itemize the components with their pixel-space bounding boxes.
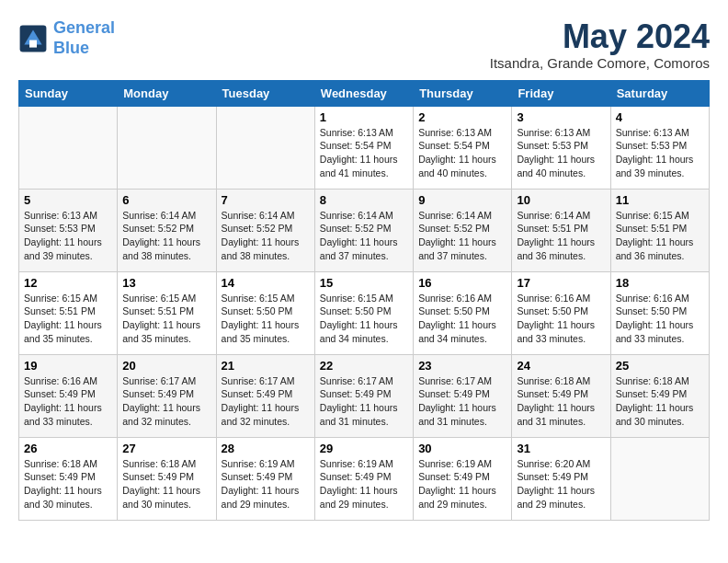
cell-w2-d4: 8Sunrise: 6:14 AM Sunset: 5:52 PM Daylig… xyxy=(314,189,413,271)
week-row-5: 26Sunrise: 6:18 AM Sunset: 5:49 PM Dayli… xyxy=(19,437,710,520)
week-row-3: 12Sunrise: 6:15 AM Sunset: 5:51 PM Dayli… xyxy=(19,271,710,354)
day-number: 10 xyxy=(517,193,605,207)
cell-w4-d6: 24Sunrise: 6:18 AM Sunset: 5:49 PM Dayli… xyxy=(512,354,610,437)
day-number: 4 xyxy=(616,110,704,124)
day-number: 16 xyxy=(418,276,506,290)
cell-w1-d3 xyxy=(216,106,314,189)
cell-w1-d1 xyxy=(19,106,118,189)
cell-w4-d5: 23Sunrise: 6:17 AM Sunset: 5:49 PM Dayli… xyxy=(414,354,512,437)
day-info: Sunrise: 6:14 AM Sunset: 5:52 PM Dayligh… xyxy=(418,209,506,263)
header-tuesday: Tuesday xyxy=(216,80,314,106)
day-info: Sunrise: 6:16 AM Sunset: 5:50 PM Dayligh… xyxy=(418,292,506,346)
cell-w2-d7: 11Sunrise: 6:15 AM Sunset: 5:51 PM Dayli… xyxy=(610,189,709,271)
cell-w2-d1: 5Sunrise: 6:13 AM Sunset: 5:53 PM Daylig… xyxy=(19,189,118,271)
cell-w2-d5: 9Sunrise: 6:14 AM Sunset: 5:52 PM Daylig… xyxy=(414,189,512,271)
week-row-1: 1Sunrise: 6:13 AM Sunset: 5:54 PM Daylig… xyxy=(19,106,710,189)
cell-w5-d3: 28Sunrise: 6:19 AM Sunset: 5:49 PM Dayli… xyxy=(216,437,314,520)
header-thursday: Thursday xyxy=(414,80,512,106)
day-number: 7 xyxy=(222,193,310,207)
day-info: Sunrise: 6:17 AM Sunset: 5:49 PM Dayligh… xyxy=(418,374,506,429)
cell-w5-d1: 26Sunrise: 6:18 AM Sunset: 5:49 PM Dayli… xyxy=(19,437,118,520)
month-title: May 2024 xyxy=(490,18,710,55)
day-info: Sunrise: 6:15 AM Sunset: 5:51 PM Dayligh… xyxy=(24,292,112,346)
day-info: Sunrise: 6:18 AM Sunset: 5:49 PM Dayligh… xyxy=(122,457,210,511)
logo-icon xyxy=(18,24,48,53)
cell-w3-d3: 14Sunrise: 6:15 AM Sunset: 5:50 PM Dayli… xyxy=(216,271,314,354)
cell-w2-d3: 7Sunrise: 6:14 AM Sunset: 5:52 PM Daylig… xyxy=(216,189,314,271)
cell-w3-d1: 12Sunrise: 6:15 AM Sunset: 5:51 PM Dayli… xyxy=(19,271,118,354)
day-info: Sunrise: 6:17 AM Sunset: 5:49 PM Dayligh… xyxy=(320,374,408,429)
day-info: Sunrise: 6:17 AM Sunset: 5:49 PM Dayligh… xyxy=(122,374,210,429)
day-info: Sunrise: 6:15 AM Sunset: 5:51 PM Dayligh… xyxy=(122,292,210,346)
day-number: 8 xyxy=(320,193,408,207)
logo-line2: Blue xyxy=(53,39,89,57)
week-row-2: 5Sunrise: 6:13 AM Sunset: 5:53 PM Daylig… xyxy=(19,189,710,271)
cell-w4-d1: 19Sunrise: 6:16 AM Sunset: 5:49 PM Dayli… xyxy=(19,354,118,437)
day-number: 18 xyxy=(616,276,704,290)
day-number: 24 xyxy=(517,359,605,373)
page-header: General Blue May 2024 Itsandra, Grande C… xyxy=(18,18,710,71)
cell-w4-d7: 25Sunrise: 6:18 AM Sunset: 5:49 PM Dayli… xyxy=(610,354,709,437)
cell-w4-d4: 22Sunrise: 6:17 AM Sunset: 5:49 PM Dayli… xyxy=(314,354,413,437)
cell-w4-d2: 20Sunrise: 6:17 AM Sunset: 5:49 PM Dayli… xyxy=(118,354,216,437)
cell-w1-d4: 1Sunrise: 6:13 AM Sunset: 5:54 PM Daylig… xyxy=(314,106,413,189)
day-info: Sunrise: 6:13 AM Sunset: 5:54 PM Dayligh… xyxy=(418,126,506,180)
day-info: Sunrise: 6:14 AM Sunset: 5:52 PM Dayligh… xyxy=(222,209,310,263)
svg-rect-2 xyxy=(29,40,37,47)
day-info: Sunrise: 6:15 AM Sunset: 5:50 PM Dayligh… xyxy=(222,292,310,346)
logo: General Blue xyxy=(18,18,115,58)
day-number: 1 xyxy=(320,110,408,124)
day-number: 22 xyxy=(320,359,408,373)
day-number: 11 xyxy=(616,193,704,207)
cell-w5-d2: 27Sunrise: 6:18 AM Sunset: 5:49 PM Dayli… xyxy=(118,437,216,520)
header-monday: Monday xyxy=(118,80,216,106)
cell-w1-d6: 3Sunrise: 6:13 AM Sunset: 5:53 PM Daylig… xyxy=(512,106,610,189)
cell-w2-d6: 10Sunrise: 6:14 AM Sunset: 5:51 PM Dayli… xyxy=(512,189,610,271)
day-info: Sunrise: 6:15 AM Sunset: 5:51 PM Dayligh… xyxy=(616,209,704,263)
day-number: 27 xyxy=(122,442,210,455)
day-info: Sunrise: 6:18 AM Sunset: 5:49 PM Dayligh… xyxy=(517,374,605,429)
cell-w5-d4: 29Sunrise: 6:19 AM Sunset: 5:49 PM Dayli… xyxy=(314,437,413,520)
day-info: Sunrise: 6:19 AM Sunset: 5:49 PM Dayligh… xyxy=(222,457,310,511)
day-info: Sunrise: 6:14 AM Sunset: 5:51 PM Dayligh… xyxy=(517,209,605,263)
cell-w3-d5: 16Sunrise: 6:16 AM Sunset: 5:50 PM Dayli… xyxy=(414,271,512,354)
day-number: 12 xyxy=(24,276,112,290)
day-info: Sunrise: 6:16 AM Sunset: 5:49 PM Dayligh… xyxy=(24,374,112,429)
day-info: Sunrise: 6:16 AM Sunset: 5:50 PM Dayligh… xyxy=(517,292,605,346)
cell-w5-d7 xyxy=(610,437,709,520)
day-info: Sunrise: 6:18 AM Sunset: 5:49 PM Dayligh… xyxy=(24,457,112,511)
day-info: Sunrise: 6:20 AM Sunset: 5:49 PM Dayligh… xyxy=(517,457,605,511)
cell-w1-d2 xyxy=(118,106,216,189)
day-info: Sunrise: 6:13 AM Sunset: 5:53 PM Dayligh… xyxy=(517,126,605,180)
cell-w1-d7: 4Sunrise: 6:13 AM Sunset: 5:53 PM Daylig… xyxy=(610,106,709,189)
day-number: 19 xyxy=(24,359,112,373)
cell-w1-d5: 2Sunrise: 6:13 AM Sunset: 5:54 PM Daylig… xyxy=(414,106,512,189)
cell-w4-d3: 21Sunrise: 6:17 AM Sunset: 5:49 PM Dayli… xyxy=(216,354,314,437)
header-friday: Friday xyxy=(512,80,610,106)
day-number: 9 xyxy=(418,193,506,207)
day-info: Sunrise: 6:14 AM Sunset: 5:52 PM Dayligh… xyxy=(122,209,210,263)
day-number: 3 xyxy=(517,110,605,124)
day-number: 26 xyxy=(24,442,112,455)
day-number: 21 xyxy=(222,359,310,373)
day-info: Sunrise: 6:19 AM Sunset: 5:49 PM Dayligh… xyxy=(418,457,506,511)
week-row-4: 19Sunrise: 6:16 AM Sunset: 5:49 PM Dayli… xyxy=(19,354,710,437)
header-wednesday: Wednesday xyxy=(314,80,413,106)
logo-text: General Blue xyxy=(53,18,115,58)
day-number: 20 xyxy=(122,359,210,373)
cell-w2-d2: 6Sunrise: 6:14 AM Sunset: 5:52 PM Daylig… xyxy=(118,189,216,271)
day-info: Sunrise: 6:17 AM Sunset: 5:49 PM Dayligh… xyxy=(222,374,310,429)
logo-line1: General xyxy=(53,18,115,37)
day-number: 5 xyxy=(24,193,112,207)
day-number: 15 xyxy=(320,276,408,290)
calendar-table: Sunday Monday Tuesday Wednesday Thursday… xyxy=(18,80,710,521)
day-number: 29 xyxy=(320,442,408,455)
day-number: 31 xyxy=(517,442,605,455)
cell-w3-d7: 18Sunrise: 6:16 AM Sunset: 5:50 PM Dayli… xyxy=(610,271,709,354)
day-number: 6 xyxy=(122,193,210,207)
day-info: Sunrise: 6:18 AM Sunset: 5:49 PM Dayligh… xyxy=(616,374,704,429)
day-info: Sunrise: 6:13 AM Sunset: 5:53 PM Dayligh… xyxy=(24,209,112,263)
day-number: 28 xyxy=(222,442,310,455)
cell-w3-d6: 17Sunrise: 6:16 AM Sunset: 5:50 PM Dayli… xyxy=(512,271,610,354)
cell-w3-d4: 15Sunrise: 6:15 AM Sunset: 5:50 PM Dayli… xyxy=(314,271,413,354)
